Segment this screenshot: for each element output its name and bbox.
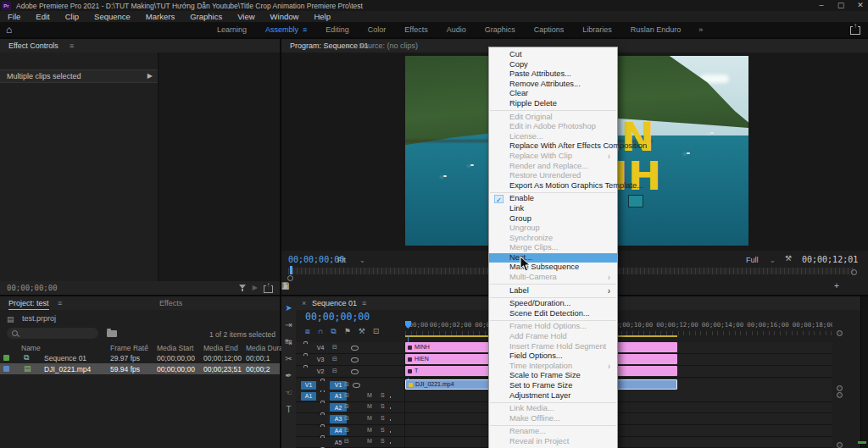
column-media-end[interactable]: Media End	[203, 344, 238, 352]
workspace-tab[interactable]: Color≡	[359, 25, 396, 34]
menubar-item[interactable]: File	[0, 11, 28, 22]
context-menu-item[interactable]: Scene Edit Detection...›	[489, 309, 617, 319]
source-patch[interactable]: V1	[301, 381, 316, 390]
play-only-icon[interactable]: ▶	[253, 284, 258, 291]
expand-arrow-icon[interactable]: ▶	[147, 72, 153, 80]
column-frame-rate[interactable]: Frame Rate	[110, 344, 148, 352]
context-menu-item[interactable]: Multi-Camera›	[489, 273, 617, 283]
timeline-ruler[interactable]: ;00;0000;00;02;0000;00;04;0000;00;06;000…	[405, 320, 832, 335]
sync-lock-icon[interactable]: ⊟	[344, 415, 349, 422]
menubar-item[interactable]: Help	[306, 11, 338, 22]
tab-effect-controls[interactable]: Effect Controls	[8, 41, 58, 50]
source-patch[interactable]: A1	[301, 392, 316, 401]
chevron-down-icon[interactable]: ⌄	[359, 257, 365, 264]
context-menu-item[interactable]: Render and Replace...›	[489, 162, 617, 172]
context-menu-item[interactable]: Make Subsequence›	[489, 263, 617, 273]
timeline-settings-icon[interactable]: ⚒	[359, 327, 365, 336]
pen-tool[interactable]: ✒	[285, 371, 292, 380]
snap-icon[interactable]: ∩	[318, 327, 323, 336]
context-menu-item[interactable]: Insert Frame Hold Segment›	[489, 342, 617, 352]
program-current-timecode[interactable]: 00;00;00;00	[288, 255, 344, 264]
sync-lock-icon[interactable]: ⊟	[344, 427, 349, 434]
share-export-icon[interactable]	[850, 26, 860, 35]
sync-lock-icon[interactable]: ⊟	[344, 438, 349, 445]
mute-icon[interactable]: M	[367, 403, 372, 409]
context-menu-item[interactable]: ›	[490, 320, 616, 321]
context-menu-item[interactable]: Ungroup›	[489, 224, 617, 234]
scroll-handle[interactable]	[837, 385, 843, 391]
sync-lock-icon[interactable]: ⊟	[344, 381, 349, 388]
mute-icon[interactable]: M	[367, 427, 372, 433]
ripple-edit-tool[interactable]: ↹	[285, 337, 292, 346]
export-icon[interactable]	[264, 285, 273, 293]
context-menu-item[interactable]: Merge Clips...›	[489, 243, 617, 253]
hand-tool[interactable]: ☜	[285, 388, 292, 397]
context-menu-item[interactable]: Link Media...›	[489, 404, 617, 414]
scroll-handle[interactable]	[837, 392, 843, 398]
workspace-tab[interactable]: Effects≡	[395, 25, 437, 34]
add-button[interactable]: +	[834, 281, 839, 290]
track-select-forward-tool[interactable]: ⇥	[285, 320, 292, 329]
context-menu-item[interactable]: Enable›	[489, 194, 617, 204]
sync-lock-icon[interactable]: ⊟	[332, 344, 337, 351]
program-playhead[interactable]	[290, 266, 292, 274]
playback-resolution-dropdown[interactable]: Full	[746, 256, 759, 264]
comparison-view-icon[interactable]: ❏	[281, 281, 289, 290]
context-menu-item[interactable]: Time Interpolation›	[489, 362, 617, 372]
track-output-eye-icon[interactable]	[351, 357, 359, 362]
zoom-level-dropdown[interactable]: Fit	[337, 256, 346, 264]
track-output-eye-icon[interactable]	[351, 369, 359, 374]
workspace-tab[interactable]: Graphics≡	[476, 25, 525, 34]
workspace-overflow-icon[interactable]: »	[690, 25, 711, 34]
scroll-handle[interactable]	[837, 330, 843, 336]
chevron-down-icon[interactable]: ⌄	[770, 257, 776, 264]
sync-lock-icon[interactable]: ⊟	[332, 356, 337, 362]
context-menu-item[interactable]: Copy›	[489, 60, 617, 70]
menubar-item[interactable]: Clip	[58, 11, 86, 22]
menubar-item[interactable]: Edit	[28, 11, 57, 22]
workspace-tab[interactable]: Libraries≡	[573, 25, 621, 34]
context-menu-item[interactable]: Synchronize›	[489, 234, 617, 244]
add-marker-icon[interactable]: ⚑	[344, 327, 351, 336]
home-icon[interactable]: ⌂	[6, 24, 12, 36]
panel-menu-icon[interactable]: ≡	[303, 25, 307, 34]
context-menu-item[interactable]: Link›	[489, 204, 617, 214]
solo-icon[interactable]: S	[381, 438, 385, 444]
selection-tool[interactable]: ➤	[285, 303, 292, 312]
scroll-handle[interactable]	[837, 442, 843, 448]
context-menu-item[interactable]: ›	[490, 284, 616, 285]
mute-icon[interactable]: M	[367, 392, 372, 398]
context-menu-item[interactable]: Rename...›	[489, 427, 617, 437]
tab-project[interactable]: Project: test	[8, 299, 49, 310]
close-button[interactable]: ✕	[853, 0, 868, 11]
workspace-tab[interactable]: Assembly≡	[256, 25, 316, 34]
context-menu-item[interactable]: ›	[490, 297, 616, 298]
linked-selection-icon[interactable]: ⧉	[331, 327, 336, 336]
workspace-tab[interactable]: Editing≡	[316, 25, 359, 34]
insert-as-nest-icon[interactable]: ⧈	[305, 327, 310, 336]
context-menu-item[interactable]: Label›	[489, 286, 617, 296]
context-menu-item[interactable]: ›	[490, 402, 616, 403]
sync-lock-icon[interactable]: ⊟	[332, 368, 337, 374]
workspace-tab[interactable]: Learning≡	[208, 25, 256, 34]
type-tool[interactable]: T	[286, 405, 291, 414]
track-name[interactable]: V4	[312, 344, 329, 352]
solo-icon[interactable]: S	[381, 415, 385, 421]
context-menu-item[interactable]: Frame Hold Options...›	[489, 322, 617, 332]
track-name[interactable]: V3	[312, 356, 329, 364]
context-menu-item[interactable]: Group›	[489, 214, 617, 224]
close-tab-icon[interactable]: ×	[302, 299, 306, 307]
context-menu-item[interactable]: Make Offline...›	[489, 414, 617, 424]
solo-icon[interactable]: S	[381, 392, 385, 398]
panel-menu-icon[interactable]: ≡	[58, 299, 62, 307]
context-menu-item[interactable]: Export As Motion Graphics Template...›	[489, 181, 617, 191]
timeline-timecode[interactable]: 00;00;00;00	[305, 311, 370, 323]
menubar-item[interactable]: Markers	[138, 11, 182, 22]
minimize-button[interactable]: –	[814, 0, 829, 11]
track-output-eye-icon[interactable]	[351, 346, 359, 351]
context-menu-item[interactable]: ›	[490, 110, 616, 111]
workspace-tab[interactable]: Ruslan Enduro≡	[621, 25, 691, 34]
captions-icon[interactable]: ⊡	[373, 327, 380, 336]
tab-source-monitor[interactable]: Source: (no clips)	[359, 41, 418, 50]
project-item-row[interactable]: ⧉ ▤ DJI_0221.mp4 59.94 fps 00;00;00;00 0…	[0, 363, 280, 374]
